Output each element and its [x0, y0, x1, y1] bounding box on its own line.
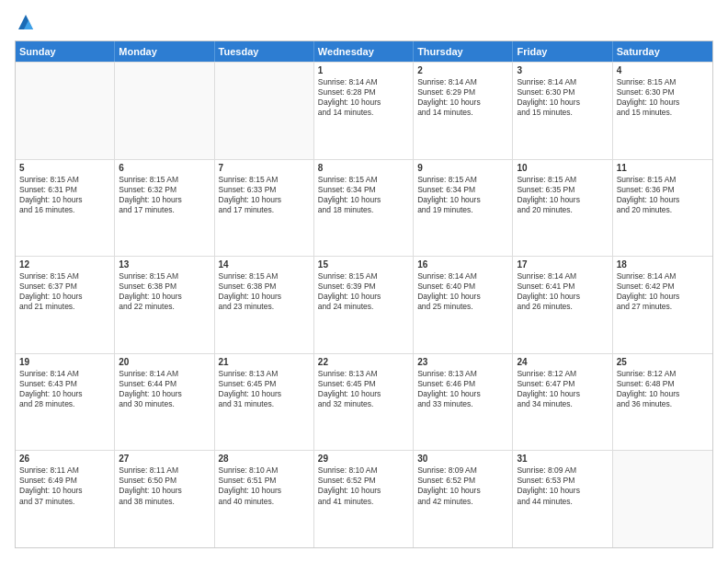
- cell-line-2: Daylight: 10 hours: [219, 195, 310, 205]
- header-cell-tuesday: Tuesday: [215, 41, 314, 62]
- cell-line-3: and 36 minutes.: [617, 399, 709, 409]
- page: SundayMondayTuesdayWednesdayThursdayFrid…: [0, 0, 728, 563]
- cell-line-0: Sunrise: 8:14 AM: [417, 77, 508, 87]
- cell-line-2: Daylight: 10 hours: [417, 292, 508, 302]
- cell-line-0: Sunrise: 8:10 AM: [219, 465, 310, 476]
- cell-line-2: Daylight: 10 hours: [318, 195, 409, 205]
- cell-line-1: Sunset: 6:50 PM: [119, 476, 210, 486]
- cell-line-3: and 14 minutes.: [417, 108, 508, 118]
- cell-line-2: Daylight: 10 hours: [517, 486, 608, 496]
- day-cell-22: 22Sunrise: 8:13 AMSunset: 6:45 PMDayligh…: [314, 354, 414, 451]
- cell-line-0: Sunrise: 8:15 AM: [119, 175, 210, 185]
- day-number: 26: [19, 454, 110, 464]
- cell-line-2: Daylight: 10 hours: [219, 486, 310, 496]
- day-number: 3: [517, 65, 608, 75]
- cell-line-1: Sunset: 6:52 PM: [417, 476, 508, 486]
- cell-line-0: Sunrise: 8:14 AM: [417, 271, 508, 282]
- day-cell-13: 13Sunrise: 8:15 AMSunset: 6:38 PMDayligh…: [115, 257, 214, 353]
- cell-line-2: Daylight: 10 hours: [318, 389, 409, 399]
- cell-line-1: Sunset: 6:40 PM: [417, 282, 508, 292]
- day-number: 21: [219, 357, 310, 367]
- cell-line-1: Sunset: 6:45 PM: [318, 379, 409, 389]
- day-cell-7: 7Sunrise: 8:15 AMSunset: 6:33 PMDaylight…: [215, 160, 314, 257]
- day-number: 25: [617, 357, 709, 367]
- day-cell-20: 20Sunrise: 8:14 AMSunset: 6:44 PMDayligh…: [115, 354, 214, 451]
- cell-line-2: Daylight: 10 hours: [19, 195, 110, 205]
- cell-line-2: Daylight: 10 hours: [617, 292, 709, 302]
- cell-line-0: Sunrise: 8:15 AM: [219, 271, 310, 282]
- cell-line-2: Daylight: 10 hours: [517, 195, 608, 205]
- cell-line-3: and 37 minutes.: [19, 497, 110, 507]
- day-number: 16: [417, 259, 508, 270]
- day-number: 5: [19, 163, 110, 173]
- day-cell-19: 19Sunrise: 8:14 AMSunset: 6:43 PMDayligh…: [16, 354, 115, 451]
- day-number: 8: [318, 163, 409, 173]
- day-cell-10: 10Sunrise: 8:15 AMSunset: 6:35 PMDayligh…: [513, 160, 612, 257]
- cell-line-1: Sunset: 6:44 PM: [119, 379, 210, 389]
- day-number: 31: [517, 454, 608, 464]
- header-cell-sunday: Sunday: [16, 41, 115, 62]
- cell-line-3: and 17 minutes.: [119, 205, 210, 215]
- cell-line-3: and 27 minutes.: [617, 302, 709, 312]
- cell-line-0: Sunrise: 8:12 AM: [517, 369, 608, 379]
- cell-line-1: Sunset: 6:31 PM: [19, 185, 110, 195]
- day-number: 18: [617, 259, 709, 270]
- cell-line-3: and 40 minutes.: [219, 497, 310, 507]
- cell-line-1: Sunset: 6:28 PM: [318, 87, 409, 98]
- day-number: 30: [417, 454, 508, 464]
- cell-line-2: Daylight: 10 hours: [417, 389, 508, 399]
- day-number: 6: [119, 163, 210, 173]
- cell-line-3: and 15 minutes.: [517, 108, 608, 118]
- empty-cell-4-6: [613, 451, 712, 547]
- cell-line-2: Daylight: 10 hours: [517, 98, 608, 108]
- calendar-row-0: 1Sunrise: 8:14 AMSunset: 6:28 PMDaylight…: [16, 62, 712, 159]
- cell-line-3: and 19 minutes.: [417, 205, 508, 215]
- day-cell-14: 14Sunrise: 8:15 AMSunset: 6:38 PMDayligh…: [215, 257, 314, 353]
- day-cell-17: 17Sunrise: 8:14 AMSunset: 6:41 PMDayligh…: [513, 257, 612, 353]
- day-cell-2: 2Sunrise: 8:14 AMSunset: 6:29 PMDaylight…: [414, 63, 513, 159]
- day-cell-21: 21Sunrise: 8:13 AMSunset: 6:45 PMDayligh…: [215, 354, 314, 451]
- cell-line-0: Sunrise: 8:15 AM: [318, 271, 409, 282]
- cell-line-1: Sunset: 6:32 PM: [119, 185, 210, 195]
- day-number: 1: [318, 65, 409, 75]
- cell-line-0: Sunrise: 8:15 AM: [318, 175, 409, 185]
- cell-line-2: Daylight: 10 hours: [19, 486, 110, 496]
- cell-line-0: Sunrise: 8:15 AM: [19, 271, 110, 282]
- cell-line-1: Sunset: 6:34 PM: [318, 185, 409, 195]
- cell-line-3: and 24 minutes.: [318, 302, 409, 312]
- calendar-row-2: 12Sunrise: 8:15 AMSunset: 6:37 PMDayligh…: [16, 256, 712, 353]
- logo: [15, 15, 35, 31]
- day-cell-27: 27Sunrise: 8:11 AMSunset: 6:50 PMDayligh…: [115, 451, 214, 547]
- cell-line-3: and 20 minutes.: [617, 205, 709, 215]
- day-cell-16: 16Sunrise: 8:14 AMSunset: 6:40 PMDayligh…: [414, 257, 513, 353]
- cell-line-1: Sunset: 6:46 PM: [417, 379, 508, 389]
- cell-line-1: Sunset: 6:53 PM: [517, 476, 608, 486]
- cell-line-1: Sunset: 6:42 PM: [617, 282, 709, 292]
- cell-line-3: and 15 minutes.: [617, 108, 709, 118]
- day-cell-12: 12Sunrise: 8:15 AMSunset: 6:37 PMDayligh…: [16, 257, 115, 353]
- cell-line-0: Sunrise: 8:14 AM: [517, 77, 608, 87]
- day-number: 11: [617, 163, 709, 173]
- cell-line-0: Sunrise: 8:09 AM: [417, 465, 508, 476]
- cell-line-3: and 34 minutes.: [517, 399, 608, 409]
- calendar-row-3: 19Sunrise: 8:14 AMSunset: 6:43 PMDayligh…: [16, 353, 712, 451]
- day-cell-1: 1Sunrise: 8:14 AMSunset: 6:28 PMDaylight…: [314, 63, 414, 159]
- cell-line-0: Sunrise: 8:15 AM: [617, 77, 709, 87]
- day-cell-26: 26Sunrise: 8:11 AMSunset: 6:49 PMDayligh…: [16, 451, 115, 547]
- cell-line-3: and 17 minutes.: [219, 205, 310, 215]
- cell-line-3: and 32 minutes.: [318, 399, 409, 409]
- cell-line-3: and 41 minutes.: [318, 497, 409, 507]
- cell-line-3: and 31 minutes.: [219, 399, 310, 409]
- day-number: 9: [417, 163, 508, 173]
- day-number: 17: [517, 259, 608, 270]
- cell-line-2: Daylight: 10 hours: [318, 98, 409, 108]
- cell-line-1: Sunset: 6:49 PM: [19, 476, 110, 486]
- header-cell-friday: Friday: [513, 41, 612, 62]
- day-number: 4: [617, 65, 709, 75]
- cell-line-2: Daylight: 10 hours: [119, 195, 210, 205]
- cell-line-1: Sunset: 6:38 PM: [219, 282, 310, 292]
- cell-line-3: and 23 minutes.: [219, 302, 310, 312]
- cell-line-2: Daylight: 10 hours: [219, 292, 310, 302]
- day-number: 23: [417, 357, 508, 367]
- day-cell-3: 3Sunrise: 8:14 AMSunset: 6:30 PMDaylight…: [513, 63, 612, 159]
